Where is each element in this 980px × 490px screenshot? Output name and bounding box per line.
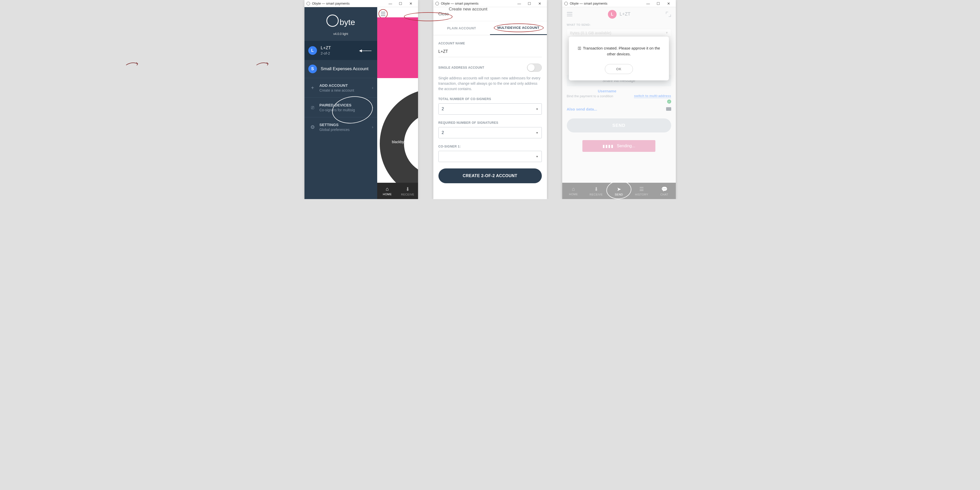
menu-paired-devices[interactable]: ⎚ PAIRED DEVICES Co-signers for multisig… <box>304 97 377 117</box>
chevron-right-icon: › <box>372 86 373 90</box>
transaction-modal: ⚿Transaction created. Please approve it … <box>569 37 669 80</box>
tab-multidevice-account[interactable]: MULTIDEVICE ACCOUNT <box>490 21 547 35</box>
account-badge: L <box>308 46 317 55</box>
window-create-account: Obyte — smart payments — ☐ ✕ Close Creat… <box>433 0 547 199</box>
sidebar: byte v4.0.0 light L L+ZT 2-of-2 ◂—— S Sm… <box>304 7 377 199</box>
donut-label: blackbytes <box>392 140 409 144</box>
pink-banner <box>377 18 418 78</box>
tab-plain-account[interactable]: PLAIN ACCOUNT <box>433 21 490 35</box>
window-send: Obyte — smart payments — ☐ ✕ L L+ZT WHAT… <box>562 0 676 199</box>
hamburger-menu-button[interactable] <box>379 9 388 18</box>
maximize-button[interactable]: ☐ <box>396 0 406 7</box>
bottom-nav: ⌂ HOME ⬇ RECEIVE <box>377 183 418 199</box>
account-item-lzt[interactable]: L L+ZT 2-of-2 ◂—— <box>304 41 377 60</box>
single-address-help: Single address accounts will not spawn n… <box>438 76 542 92</box>
window-sidebar: Obyte — smart payments — ☐ ✕ byte v4.0.0… <box>304 0 418 199</box>
window-title: Obyte — smart payments <box>441 2 514 5</box>
version-text: v4.0.0 light <box>310 32 372 36</box>
main-content: blackbytes <box>377 7 418 199</box>
minimize-button[interactable]: — <box>385 0 396 7</box>
tabs: PLAIN ACCOUNT MULTIDEVICE ACCOUNT <box>433 21 547 35</box>
modal-header: Close Create new account <box>433 7 547 21</box>
chevron-right-icon: › <box>372 105 373 110</box>
donut-chart: blackbytes <box>380 89 418 199</box>
logo-section: byte v4.0.0 light <box>304 7 377 41</box>
nav-label: HOME <box>383 192 392 196</box>
menu-sub: Create a new account <box>320 88 354 92</box>
titlebar: Obyte — smart payments — ☐ ✕ <box>304 0 418 7</box>
window-title: Obyte — smart payments <box>312 2 385 5</box>
logo-text: byte <box>340 18 355 27</box>
plus-icon: + <box>308 85 317 91</box>
toggle-knob <box>528 64 535 71</box>
laptop-icon: ⎚ <box>308 105 317 110</box>
account-name-input[interactable]: L+ZT <box>438 48 542 57</box>
form-body: ACCOUNT NAME L+ZT SINGLE ADDRESS ACCOUNT… <box>433 35 547 199</box>
menu-settings[interactable]: ⚙ SETTINGS Global preferences › <box>304 117 377 137</box>
modal-message: ⚿Transaction created. Please approve it … <box>575 45 662 57</box>
menu-add-account[interactable]: + ADD ACCOUNT Create a new account › <box>304 78 377 97</box>
cosigners-select[interactable]: 2 ▼ <box>438 103 542 115</box>
connector-arrow-2 <box>256 60 270 72</box>
caret-down-icon: ▼ <box>536 131 538 134</box>
menu-title: SETTINGS <box>320 123 350 127</box>
cosigner1-select[interactable]: ▼ <box>438 151 542 162</box>
account-name: Small Expenses Account <box>321 66 369 72</box>
logo-circle-icon <box>326 14 339 27</box>
maximize-button[interactable]: ☐ <box>653 0 663 7</box>
titlebar: Obyte — smart payments — ☐ ✕ <box>562 0 676 7</box>
caret-down-icon: ▼ <box>536 108 538 110</box>
app-icon <box>564 2 568 5</box>
window-title: Obyte — smart payments <box>570 2 643 5</box>
app-icon <box>307 2 310 5</box>
nav-home[interactable]: ⌂ HOME <box>377 183 398 199</box>
modal-overlay: ⚿Transaction created. Please approve it … <box>562 7 676 199</box>
account-item-small-expenses[interactable]: S Small Expenses Account <box>304 60 377 78</box>
menu-sub: Co-signers for multisig <box>320 108 355 112</box>
close-window-button[interactable]: ✕ <box>406 0 416 7</box>
gear-icon: ⚙ <box>308 124 317 130</box>
maximize-button[interactable]: ☐ <box>525 0 535 7</box>
minimize-button[interactable]: — <box>514 0 525 7</box>
nav-label: RECEIVE <box>401 193 414 196</box>
close-window-button[interactable]: ✕ <box>535 0 545 7</box>
single-address-toggle[interactable] <box>527 64 542 72</box>
signatures-label: REQUIRED NUMBER OF SIGNATURES <box>438 121 542 124</box>
home-icon: ⌂ <box>386 186 389 192</box>
close-window-button[interactable]: ✕ <box>663 0 674 7</box>
connector-arrow-1 <box>126 60 140 72</box>
menu-title: PAIRED DEVICES <box>320 103 355 107</box>
chevron-right-icon: › <box>372 125 373 129</box>
cosigners-label: TOTAL NUMBER OF CO-SIGNERS <box>438 97 542 101</box>
app-icon <box>435 2 439 5</box>
account-name-label: ACCOUNT NAME <box>438 41 542 45</box>
key-icon: ⚿ <box>578 46 581 50</box>
close-link[interactable]: Close <box>438 12 449 16</box>
caret-down-icon: ▼ <box>536 155 538 158</box>
account-name: L+ZT <box>321 45 331 51</box>
create-account-button[interactable]: CREATE 2-OF-2 ACCOUNT <box>438 169 542 183</box>
menu-title: ADD ACCOUNT <box>320 83 354 88</box>
titlebar: Obyte — smart payments — ☐ ✕ <box>433 0 547 7</box>
arrow-left-icon: ◂—— <box>359 47 371 54</box>
cosigner1-label: CO-SIGNER 1: <box>438 145 542 148</box>
hamburger-wrap <box>379 9 388 18</box>
minimize-button[interactable]: — <box>643 0 653 7</box>
account-sub: 2-of-2 <box>321 51 331 56</box>
signatures-select[interactable]: 2 ▼ <box>438 127 542 138</box>
single-address-label: SINGLE ADDRESS ACCOUNT <box>438 66 484 69</box>
header-title: Create new account <box>449 6 487 11</box>
download-icon: ⬇ <box>406 186 410 192</box>
modal-ok-button[interactable]: OK <box>605 64 633 74</box>
account-badge: S <box>308 65 317 73</box>
menu-sub: Global preferences <box>320 127 350 132</box>
nav-receive[interactable]: ⬇ RECEIVE <box>398 183 418 199</box>
